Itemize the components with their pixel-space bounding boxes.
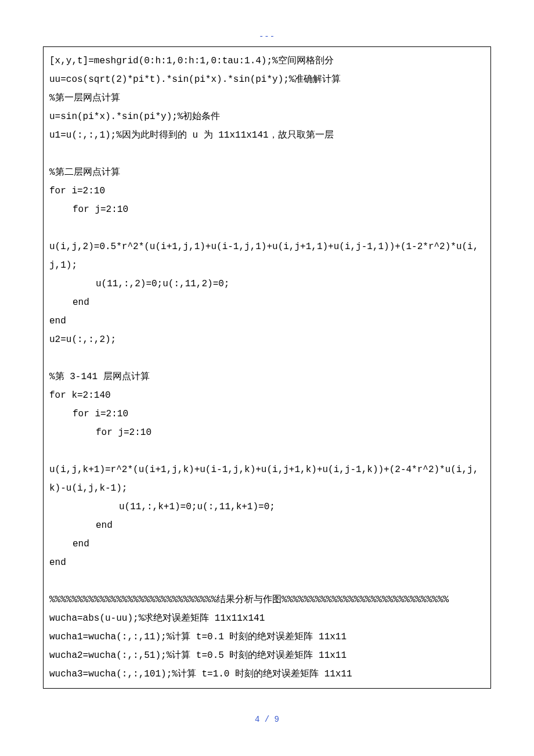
code-line: u1=u(:,:,1);%因为此时得到的 u 为 11x11x141，故只取第一…: [49, 126, 485, 145]
code-box: [x,y,t]=meshgrid(0:h:1,0:h:1,0:tau:1.4);…: [43, 46, 491, 689]
code-line: u(i,j,2)=0.5*r^2*(u(i+1,j,1)+u(i-1,j,1)+…: [49, 237, 485, 275]
code-line: end: [49, 535, 485, 553]
code-line: end: [49, 312, 485, 330]
page-number: 4 / 9: [0, 715, 534, 724]
code-line: %第一层网点计算: [49, 89, 485, 107]
header-dashes: ---: [0, 32, 534, 41]
code-line: uu=cos(sqrt(2)*pi*t).*sin(pi*x).*sin(pi*…: [49, 70, 485, 89]
code-line: [x,y,t]=meshgrid(0:h:1,0:h:1,0:tau:1.4);…: [49, 52, 485, 70]
code-line: for j=2:10: [49, 200, 485, 219]
code-line: wucha2=wucha(:,:,51);%计算 t=0.5 时刻的绝对误差矩阵…: [49, 646, 485, 665]
code-line: for i=2:10: [49, 182, 485, 200]
code-line: for k=2:140: [49, 386, 485, 405]
code-line: u=sin(pi*x).*sin(pi*y);%初始条件: [49, 107, 485, 126]
code-line: u(i,j,k+1)=r^2*(u(i+1,j,k)+u(i-1,j,k)+u(…: [49, 460, 485, 498]
code-line: wucha1=wucha(:,:,11);%计算 t=0.1 时刻的绝对误差矩阵…: [49, 628, 485, 646]
code-line: %%%%%%%%%%%%%%%%%%%%%%%%%%%%%%结果分析与作图%%%…: [49, 591, 485, 609]
page: --- [x,y,t]=meshgrid(0:h:1,0:h:1,0:tau:1…: [0, 0, 534, 756]
code-line: [49, 442, 485, 460]
code-line: [49, 349, 485, 368]
code-line: u2=u(:,:,2);: [49, 330, 485, 349]
code-line: for i=2:10: [49, 405, 485, 423]
code-line: end: [49, 516, 485, 535]
code-line: %第 3-141 层网点计算: [49, 368, 485, 386]
code-line: [49, 219, 485, 237]
code-line: end: [49, 553, 485, 572]
code-line: u(11,:,2)=0;u(:,11,2)=0;: [49, 275, 485, 293]
code-line: wucha3=wucha(:,:,101);%计算 t=1.0 时刻的绝对误差矩…: [49, 665, 485, 683]
code-line: %第二层网点计算: [49, 163, 485, 182]
code-line: [49, 572, 485, 591]
code-line: [49, 145, 485, 163]
code-line: wucha=abs(u-uu);%求绝对误差矩阵 11x11x141: [49, 609, 485, 628]
code-line: for j=2:10: [49, 423, 485, 442]
code-line: end: [49, 293, 485, 312]
code-line: u(11,:,k+1)=0;u(:,11,k+1)=0;: [49, 498, 485, 516]
